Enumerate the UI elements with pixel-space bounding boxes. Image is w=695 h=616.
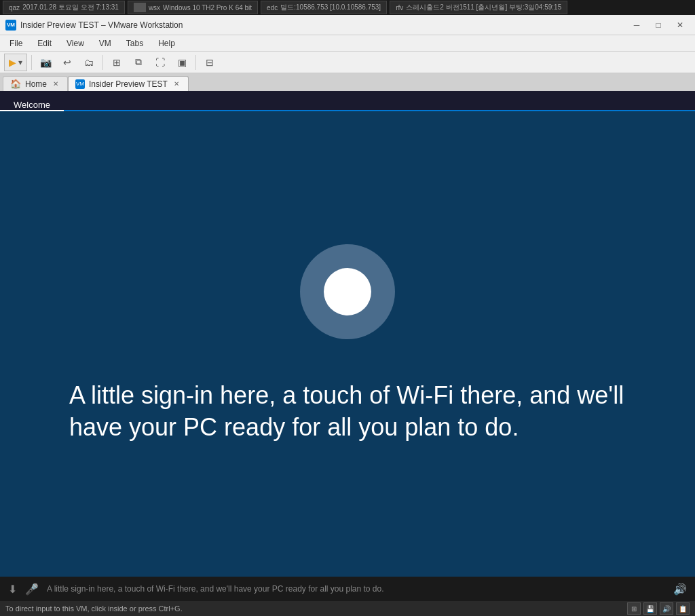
toolbar-separator-3 [195, 55, 196, 70]
taskbar-wsx-label: wsx [149, 4, 160, 12]
menu-tabs[interactable]: Tabs [119, 36, 150, 51]
tab-insider-preview[interactable]: VM Insider Preview TEST ✕ [68, 76, 189, 91]
taskbar-qaz-label: qaz [9, 4, 20, 12]
restore-button[interactable]: □ [649, 18, 668, 32]
tab-home[interactable]: 🏠 Home ✕ [3, 76, 68, 91]
window-controls: ─ □ ✕ [627, 18, 690, 32]
snapshot-restore-button[interactable]: ↩ [58, 54, 77, 71]
menu-vm[interactable]: VM [92, 36, 118, 51]
view-fullscreen-button[interactable]: ⛶ [151, 54, 170, 71]
toolbar-separator-2 [102, 55, 103, 70]
cortana-circle [300, 244, 395, 339]
view-console-button[interactable]: ▣ [172, 54, 191, 71]
power-dropdown-arrow: ▾ [18, 58, 22, 67]
status-icon-left[interactable]: ⬇ [8, 583, 17, 596]
taskbar-item-rfv[interactable]: rfv 스레시홀드2 버전1511 [출시년월] 부팅:3일04:59:15 [390, 1, 567, 14]
snapshot-manager-button[interactable]: 🗂 [79, 54, 98, 71]
cortana-inner-circle [324, 268, 371, 315]
vmware-icon: VM [5, 20, 16, 31]
tab-bar: 🏠 Home ✕ VM Insider Preview TEST ✕ [0, 73, 695, 91]
welcome-message: A little sign-in here, a touch of Wi-Fi … [42, 380, 653, 444]
taskbar-item-wsx[interactable]: wsx Windows 10 TH2 Pro K 64 bit [128, 1, 258, 14]
minimize-button[interactable]: ─ [627, 18, 646, 32]
taskbar-edc-text: 빌드:10586.753 [10.0.10586.753] [280, 3, 381, 12]
tab-insider-close[interactable]: ✕ [172, 79, 181, 89]
status-bar: ⬇ 🎤 A little sign-in here, a touch of Wi… [0, 577, 695, 601]
power-icon: ▶ [9, 57, 16, 68]
taskbar-edc-label: edc [267, 4, 278, 12]
window-title: Insider Preview TEST – VMware Workstatio… [20, 20, 627, 30]
taskbar-rfv-text: 스레시홀드2 버전1511 [출시년월] 부팅:3일04:59:15 [406, 3, 561, 12]
status-text: A little sign-in here, a touch of Wi-Fi … [47, 584, 665, 594]
toolbar-separator-1 [31, 55, 32, 70]
view-normal-button[interactable]: ⊞ [107, 54, 126, 71]
tab-home-label: Home [25, 79, 47, 89]
snapshot-take-button[interactable]: 📷 [36, 54, 55, 71]
menu-view[interactable]: View [60, 36, 91, 51]
info-icon-audio[interactable]: 🔊 [660, 602, 673, 615]
info-icon-network[interactable]: ⊞ [627, 602, 641, 615]
taskbar-rfv-label: rfv [396, 4, 403, 12]
vm-content-area[interactable]: A little sign-in here, a touch of Wi-Fi … [0, 111, 695, 577]
tab-insider-label: Insider Preview TEST [89, 79, 168, 89]
power-button[interactable]: ▶ ▾ [4, 54, 27, 71]
home-icon: 🏠 [10, 79, 21, 89]
info-text: To direct input to this VM, click inside… [5, 604, 183, 613]
close-button[interactable]: ✕ [671, 18, 690, 32]
taskbar-item-edc[interactable]: edc 빌드:10586.753 [10.0.10586.753] [261, 1, 387, 14]
taskbar-wsx-thumb [134, 3, 146, 12]
toolbar: ▶ ▾ 📷 ↩ 🗂 ⊞ ⧉ ⛶ ▣ ⊟ [0, 52, 695, 73]
customize-view-button[interactable]: ⊟ [200, 54, 219, 71]
welcome-tab-label: Welcome [14, 100, 50, 110]
info-bar: To direct input to this VM, click inside… [0, 601, 695, 616]
info-icon-storage[interactable]: 💾 [643, 602, 657, 615]
menu-file[interactable]: File [3, 36, 29, 51]
menu-edit[interactable]: Edit [31, 36, 58, 51]
tab-insider-icon: VM [75, 79, 85, 89]
taskbar-item-qaz[interactable]: qaz 2017.01.28 토요일 오전 7:13:31 [3, 1, 125, 14]
info-icon-usb[interactable]: 📋 [676, 602, 690, 615]
menu-bar: File Edit View VM Tabs Help [0, 35, 695, 52]
taskbar-wsx-text: Windows 10 TH2 Pro K 64 bit [163, 4, 252, 12]
microphone-icon[interactable]: 🎤 [25, 583, 39, 596]
tab-home-close[interactable]: ✕ [51, 79, 60, 89]
os-taskbar: qaz 2017.01.28 토요일 오전 7:13:31 wsx Window… [0, 0, 695, 15]
volume-icon[interactable]: 🔊 [673, 583, 687, 596]
menu-help[interactable]: Help [151, 36, 182, 51]
view-unity-button[interactable]: ⧉ [129, 54, 148, 71]
taskbar-qaz-time: 2017.01.28 토요일 오전 7:13:31 [22, 3, 119, 12]
welcome-tab[interactable]: Welcome [0, 97, 64, 111]
welcome-bar: Welcome [0, 91, 695, 111]
vmware-title-bar: VM Insider Preview TEST – VMware Worksta… [0, 15, 695, 35]
info-bar-icons: ⊞ 💾 🔊 📋 [627, 602, 690, 615]
